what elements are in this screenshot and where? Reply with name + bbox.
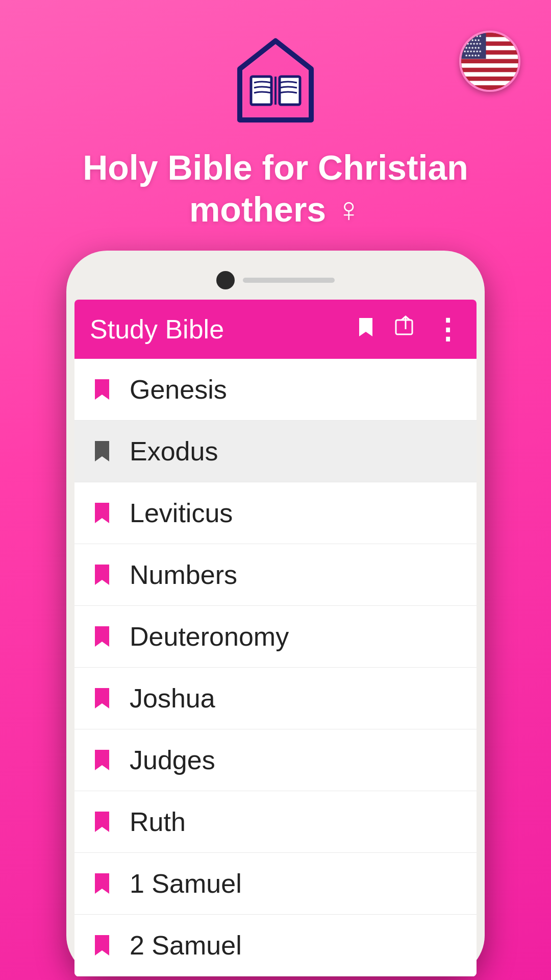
svg-text:★★★★★: ★★★★★: [465, 53, 480, 58]
svg-rect-3: [461, 37, 518, 42]
list-item[interactable]: 1 Samuel: [74, 853, 477, 915]
svg-rect-21: [396, 320, 412, 334]
book-name: Judges: [130, 745, 215, 775]
flag-button[interactable]: ★★★★★★ ★★★★★ ★★★★★★ ★★★★★ ★★★★★★ ★★★★★: [459, 31, 520, 92]
list-item[interactable]: Exodus: [74, 421, 477, 482]
book-name: 1 Samuel: [130, 868, 242, 899]
app-icon: [224, 31, 327, 147]
book-name: Joshua: [130, 683, 215, 714]
bookmark-icon: [93, 502, 111, 524]
svg-rect-6: [461, 63, 518, 68]
list-item[interactable]: Genesis: [74, 359, 477, 421]
list-item[interactable]: Deuteronomy: [74, 606, 477, 668]
app-bar: Study Bible: [74, 300, 477, 359]
list-item[interactable]: Joshua: [74, 668, 477, 729]
svg-rect-18: [251, 77, 271, 105]
book-name: Deuteronomy: [130, 621, 289, 652]
svg-rect-19: [280, 77, 300, 105]
app-bar-title: Study Bible: [90, 314, 224, 345]
bookmark-icon: [93, 749, 111, 771]
book-name: Genesis: [130, 374, 227, 405]
bookmark-toolbar-icon[interactable]: [354, 315, 378, 344]
app-title-line1: Holy Bible for Christian: [83, 148, 468, 187]
phone-frame: Study Bible: [66, 251, 485, 976]
bookmark-icon: [93, 378, 111, 401]
phone-top-bar: [74, 266, 477, 300]
app-title-line2: mothers: [189, 190, 326, 229]
list-item[interactable]: 2 Samuel: [74, 915, 477, 976]
list-item[interactable]: Ruth: [74, 791, 477, 853]
bookmark-icon: [93, 934, 111, 957]
share-icon[interactable]: [394, 315, 417, 344]
phone-speaker: [243, 278, 335, 283]
svg-rect-8: [461, 81, 518, 85]
phone-camera: [216, 271, 235, 289]
book-name: Leviticus: [130, 498, 233, 528]
bookmark-icon: [93, 564, 111, 586]
bookmark-icon: [93, 625, 111, 648]
bookmark-icon: [93, 687, 111, 709]
svg-rect-7: [461, 72, 518, 77]
more-options-icon[interactable]: ⋮: [434, 315, 461, 343]
book-name: Ruth: [130, 806, 186, 837]
bible-books-list: Genesis Exodus Leviticus Numbers Deutero…: [74, 359, 477, 976]
bookmark-icon: [93, 872, 111, 895]
female-symbol: ♀: [336, 190, 362, 229]
book-name: 2 Samuel: [130, 930, 242, 961]
app-bar-actions: ⋮: [354, 315, 461, 344]
list-item[interactable]: Judges: [74, 729, 477, 791]
app-title: Holy Bible for Christian mothers ♀: [52, 147, 499, 230]
book-name: Numbers: [130, 559, 237, 590]
phone-screen: Study Bible: [74, 300, 477, 976]
top-section: ★★★★★★ ★★★★★ ★★★★★★ ★★★★★ ★★★★★★ ★★★★★: [0, 0, 551, 976]
book-name: Exodus: [130, 436, 218, 467]
bookmark-icon: [93, 811, 111, 833]
bookmark-icon: [93, 440, 111, 462]
list-item[interactable]: Numbers: [74, 544, 477, 606]
list-item[interactable]: Leviticus: [74, 482, 477, 544]
